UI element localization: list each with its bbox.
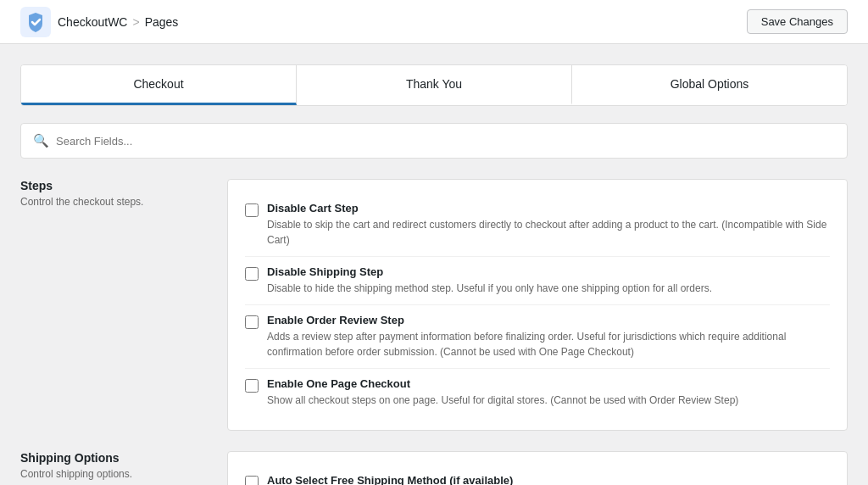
search-input[interactable] [56, 135, 835, 148]
enable-one-page-checkout-label: Enable One Page Checkout [267, 377, 738, 390]
disable-cart-step-checkbox[interactable] [245, 203, 259, 217]
header-left: CheckoutWC > Pages [20, 7, 178, 37]
tab-checkout[interactable]: Checkout [21, 65, 297, 105]
enable-order-review-step-checkbox[interactable] [245, 315, 259, 329]
disable-shipping-step-desc: Disable to hide the shipping method step… [267, 281, 712, 296]
tab-global-options[interactable]: Global Options [572, 65, 847, 105]
steps-section-label: Steps Control the checkout steps. [20, 179, 207, 431]
logo-icon [20, 7, 51, 37]
shipping-section-content: Auto Select Free Shipping Method (if ava… [227, 451, 848, 485]
tab-thank-you[interactable]: Thank You [297, 65, 572, 105]
disable-cart-step-label: Disable Cart Step [267, 202, 830, 215]
auto-select-free-shipping-checkbox[interactable] [245, 476, 259, 485]
enable-one-page-checkout-checkbox[interactable] [245, 379, 259, 393]
tabs-container: Checkout Thank You Global Options [20, 64, 848, 106]
list-item: Disable Cart Step Disable to skip the ca… [245, 193, 830, 257]
disable-cart-step-text: Disable Cart Step Disable to skip the ca… [267, 202, 830, 248]
steps-section: Steps Control the checkout steps. Disabl… [20, 179, 848, 431]
enable-order-review-step-desc: Adds a review step after payment informa… [267, 329, 830, 360]
auto-select-free-shipping-text: Auto Select Free Shipping Method (if ava… [267, 474, 830, 485]
disable-shipping-step-text: Disable Shipping Step Disable to hide th… [267, 265, 712, 296]
disable-cart-step-desc: Disable to skip the cart and redirect cu… [267, 217, 830, 248]
list-item: Enable Order Review Step Adds a review s… [245, 305, 830, 369]
enable-order-review-step-label: Enable Order Review Step [267, 314, 830, 326]
steps-title: Steps [20, 179, 207, 192]
enable-order-review-step-text: Enable Order Review Step Adds a review s… [267, 314, 830, 360]
save-changes-button[interactable]: Save Changes [747, 9, 848, 34]
app-name: CheckoutWC [58, 15, 127, 29]
header: CheckoutWC > Pages Save Changes [0, 0, 868, 44]
list-item: Auto Select Free Shipping Method (if ava… [245, 465, 830, 485]
search-bar: 🔍 [20, 123, 848, 159]
list-item: Enable One Page Checkout Show all checko… [245, 369, 830, 416]
breadcrumb: CheckoutWC > Pages [58, 15, 178, 29]
steps-description: Control the checkout steps. [20, 196, 207, 208]
auto-select-free-shipping-label: Auto Select Free Shipping Method (if ava… [267, 474, 830, 485]
steps-section-content: Disable Cart Step Disable to skip the ca… [227, 179, 848, 431]
enable-one-page-checkout-text: Enable One Page Checkout Show all checko… [267, 377, 738, 408]
list-item: Disable Shipping Step Disable to hide th… [245, 257, 830, 305]
shipping-options-section: Shipping Options Control shipping option… [20, 451, 848, 485]
disable-shipping-step-checkbox[interactable] [245, 267, 259, 281]
shipping-title: Shipping Options [20, 451, 207, 465]
enable-one-page-checkout-desc: Show all checkout steps on one page. Use… [267, 393, 738, 408]
shipping-description: Control shipping options. [20, 468, 207, 480]
breadcrumb-separator: > [132, 15, 139, 29]
disable-shipping-step-label: Disable Shipping Step [267, 265, 712, 278]
main-content: Checkout Thank You Global Options 🔍 Step… [0, 44, 868, 485]
shipping-section-label: Shipping Options Control shipping option… [20, 451, 207, 485]
search-icon: 🔍 [33, 133, 49, 148]
breadcrumb-page: Pages [145, 15, 179, 29]
